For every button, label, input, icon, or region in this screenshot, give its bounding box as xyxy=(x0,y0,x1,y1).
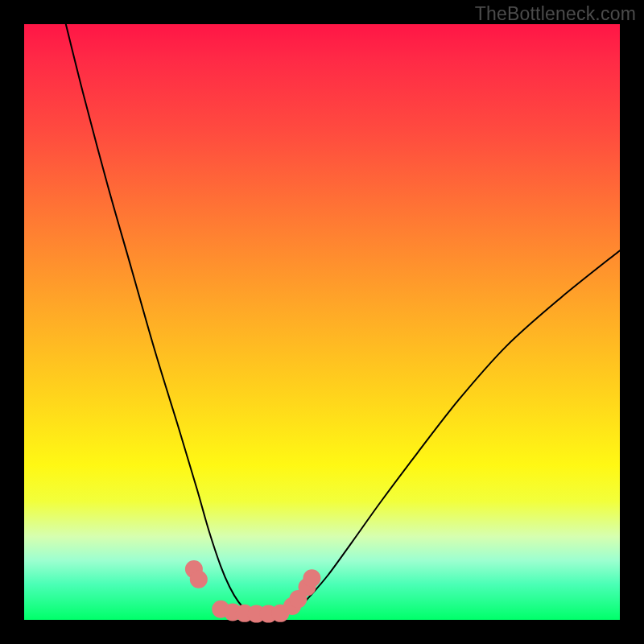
watermark-text: TheBottleneck.com xyxy=(475,3,636,25)
marker-dot xyxy=(190,571,208,588)
marker-dot xyxy=(303,569,320,587)
curve-left-curve xyxy=(66,24,257,614)
chart-svg xyxy=(24,24,620,620)
chart-frame: TheBottleneck.com xyxy=(0,0,644,644)
plot-area xyxy=(24,24,620,620)
curve-right-curve xyxy=(287,250,620,613)
